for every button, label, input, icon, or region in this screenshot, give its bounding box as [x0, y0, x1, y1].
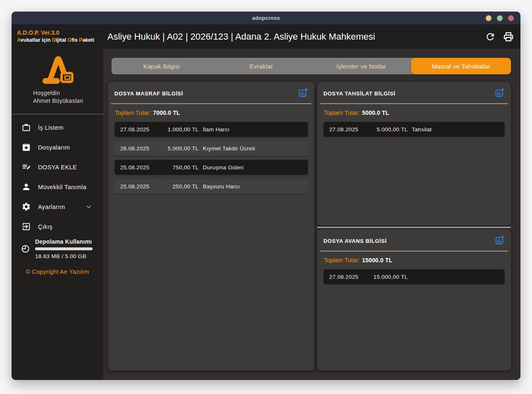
sidebar-item-label: Çıkış	[38, 223, 52, 230]
row-date: 27.08.2025	[329, 274, 368, 280]
total-label: Toplam Tutar:	[115, 109, 151, 116]
maximize-button[interactable]	[497, 15, 503, 21]
collection-row[interactable]: 27.08.2025 5.000,00 TL Tahsilat	[323, 122, 505, 137]
tab-islemler-ve-notlar[interactable]: İşlemler ve Notlar	[311, 58, 411, 74]
person-icon	[21, 182, 31, 192]
row-amount: 1.000,00 TL	[159, 126, 199, 133]
welcome-username: Ahmet Büyükaslan	[33, 97, 103, 105]
sidebar-item-label: Ayarlarım	[38, 204, 65, 210]
avans-rows: 27.08.2025 15.000,00 TL	[323, 269, 505, 366]
minimize-button[interactable]	[486, 15, 492, 21]
row-date: 25.08.2025	[120, 164, 159, 171]
print-button[interactable]	[503, 31, 514, 43]
avans-panel: DOSYA AVANS BİLGİSİ	[317, 229, 511, 370]
row-date: 26.08.2025	[120, 145, 159, 152]
row-amount: 250,00 TL	[159, 183, 199, 190]
avans-panel-header: DOSYA AVANS BİLGİSİ	[323, 235, 505, 247]
masraf-panel-title: DOSYA MASRAF BİLGİSİ	[114, 90, 183, 97]
masraf-panel: DOSYA MASRAF BİLGİSİ	[108, 82, 314, 370]
close-button[interactable]	[508, 15, 514, 21]
tahsilat-total: Toplam Tutar:5000.0 TL	[324, 109, 505, 116]
tahsilat-rows: 27.08.2025 5.000,00 TL Tahsilat	[323, 122, 505, 221]
storage-usage-widget: Depolama Kullanımı 18.63 MB / 5.00 GB	[12, 238, 103, 259]
sidebar-item-label: İş Listem	[38, 124, 64, 131]
row-date: 25.08.2025	[120, 183, 159, 190]
gear-icon	[21, 202, 31, 211]
advance-row[interactable]: 27.08.2025 15.000,00 TL	[323, 269, 505, 284]
row-description: Duruşma Gideri	[199, 164, 302, 171]
storage-progress-bar	[35, 247, 93, 250]
avans-add-chart-button[interactable]	[494, 235, 505, 247]
data-usage-icon	[21, 244, 30, 254]
sidebar-item-is-listem[interactable]: İş Listem	[12, 118, 103, 138]
window-title: adopcross	[252, 15, 280, 21]
print-icon	[503, 31, 514, 43]
welcome-greeting: Hoşgeldin	[33, 89, 103, 97]
sidebar-item-label: Müvekkil Tanımla	[38, 184, 86, 190]
row-description: İlam Harcı	[199, 126, 302, 133]
row-date: 27.08.2025	[120, 126, 159, 133]
panel-splitter-handle[interactable]	[317, 227, 511, 228]
total-value: 5000.0 TL	[362, 109, 389, 116]
window-titlebar[interactable]: adopcross	[12, 12, 520, 24]
add-chart-icon	[494, 88, 505, 99]
right-column: DOSYA TAHSİLAT BİLGİSİ	[317, 82, 511, 370]
tab-evraklar[interactable]: Evraklar	[211, 58, 311, 74]
masraf-add-chart-button[interactable]	[298, 88, 308, 99]
row-amount: 15.000,00 TL	[368, 274, 408, 280]
row-date: 27.08.2025	[329, 126, 368, 133]
case-title: Asliye Hukuk | A02 | 2026/123 | Adana 2.…	[107, 31, 485, 42]
expense-row[interactable]: 27.08.2025 1.000,00 TL İlam Harcı	[114, 122, 308, 137]
panel-divider	[320, 103, 508, 104]
sidebar-item-cikis[interactable]: Çıkış	[12, 217, 103, 237]
sidebar-item-ayarlarim[interactable]: Ayarlarım	[12, 197, 103, 217]
refresh-icon	[485, 31, 496, 42]
panels-area: DOSYA MASRAF BİLGİSİ	[108, 82, 511, 370]
row-description: Başvuru Harcı	[199, 183, 302, 190]
avans-panel-title: DOSYA AVANS BİLGİSİ	[323, 238, 387, 244]
app-body: Hoşgeldin Ahmet Büyükaslan İş Listem Dos…	[12, 49, 520, 380]
row-amount: 750,00 TL	[159, 164, 199, 171]
sidebar-item-dosya-ekle[interactable]: DOSYA EKLE	[12, 157, 103, 177]
tahsilat-add-chart-button[interactable]	[494, 88, 505, 99]
window-controls	[486, 15, 514, 21]
total-value: 7000.0 TL	[153, 109, 180, 116]
total-label: Toplam Tutar:	[324, 109, 360, 116]
brand-logo-text: A.D.O.P. Ver.3.0 Avukatlar için Dijital …	[12, 29, 103, 43]
expense-row[interactable]: 25.08.2025 250,00 TL Başvuru Harcı	[114, 179, 308, 194]
logout-icon	[21, 222, 31, 231]
row-amount: 5.000,00 TL	[368, 126, 408, 133]
add-chart-icon	[494, 235, 505, 247]
add-chart-icon	[298, 88, 308, 99]
brand-name: A.D.O.P. Ver.3.0	[17, 29, 103, 37]
row-description: Tahsilat	[408, 126, 499, 133]
storage-usage-text: 18.63 MB / 5.00 GB	[35, 253, 93, 259]
archive-icon	[21, 142, 31, 152]
chevron-down-icon	[85, 203, 93, 211]
tab-kapak-bilgisi[interactable]: Kapak Bilgisi	[112, 58, 211, 74]
total-value: 15000.0 TL	[362, 257, 392, 263]
refresh-button[interactable]	[485, 31, 496, 42]
sidebar-item-dosyalarim[interactable]: Dosyalarım	[12, 138, 103, 157]
panel-divider	[320, 251, 508, 252]
expense-row[interactable]: 25.08.2025 750,00 TL Duruşma Gideri	[114, 160, 308, 175]
briefcase-icon	[21, 123, 31, 132]
copyright-text: © Copyright Ae Yazılım	[12, 268, 103, 275]
brand-subtitle: Avukatlar için Dijital Ofis Paketi	[17, 37, 103, 44]
masraf-panel-header: DOSYA MASRAF BİLGİSİ	[114, 88, 308, 99]
sidebar-nav: İş Listem Dosyalarım DOSYA EKLE	[12, 118, 103, 237]
row-description: Kıymet Takdir Ücreti	[199, 145, 302, 152]
tab-masraf-ve-tahsilatlar[interactable]: Masraf ve Tahsilatlar	[411, 58, 511, 74]
expense-row[interactable]: 26.08.2025 5.000,00 TL Kıymet Takdir Ücr…	[114, 141, 308, 156]
app-header: A.D.O.P. Ver.3.0 Avukatlar için Dijital …	[12, 24, 520, 49]
masraf-total: Toplam Tutar:7000.0 TL	[115, 109, 308, 116]
welcome-text: Hoşgeldin Ahmet Büyükaslan	[12, 89, 103, 105]
app-window: adopcross A.D.O.P. Ver.3.0 Avukatlar içi…	[12, 12, 520, 380]
masraf-rows: 27.08.2025 1.000,00 TL İlam Harcı 26.08.…	[114, 122, 308, 366]
panel-divider	[111, 103, 311, 104]
adop-logo-icon	[39, 55, 76, 86]
header-actions	[485, 31, 514, 43]
sidebar-item-muvekkil-tanimla[interactable]: Müvekkil Tanımla	[12, 177, 103, 197]
tahsilat-panel-header: DOSYA TAHSİLAT BİLGİSİ	[323, 88, 505, 99]
tahsilat-panel-title: DOSYA TAHSİLAT BİLGİSİ	[323, 90, 395, 97]
